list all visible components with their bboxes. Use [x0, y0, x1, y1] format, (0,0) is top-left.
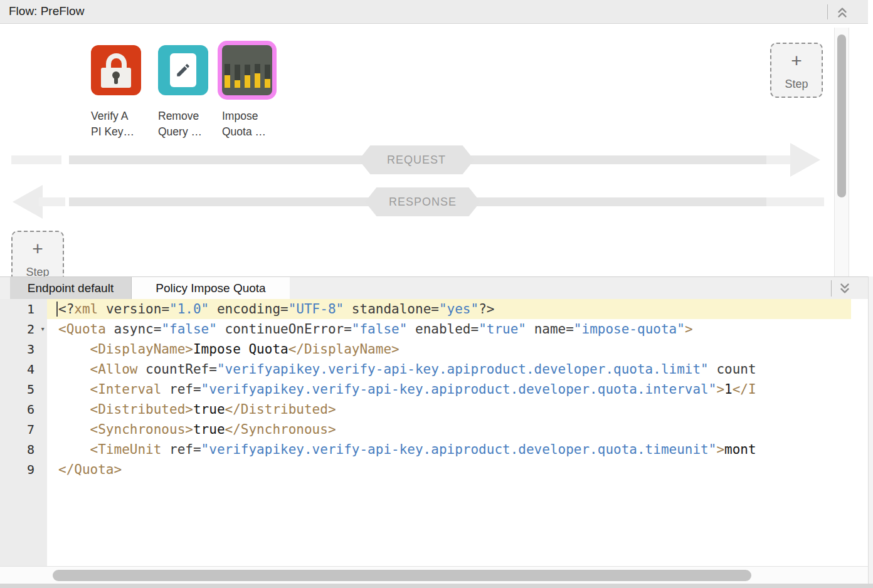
line-number: 9 — [0, 459, 47, 480]
request-banner: REQUEST — [359, 145, 474, 174]
line-number: 4 — [0, 359, 47, 379]
flow-canvas: Verify A PI Key…Remove Query …Impose Quo… — [0, 24, 873, 276]
titlebar-divider — [827, 4, 828, 19]
request-label: REQUEST — [387, 154, 446, 167]
code-line[interactable]: <DisplayName>Impose Quota</DisplayName> — [47, 339, 851, 359]
response-arrow-icon — [13, 185, 43, 219]
tab-endpoint-default[interactable]: Endpoint default — [10, 277, 132, 300]
flow-vertical-scrollbar-thumb[interactable] — [837, 34, 846, 197]
response-label: RESPONSE — [389, 196, 457, 209]
request-arrow-icon — [790, 143, 820, 177]
add-step-button-top[interactable]: + Step — [770, 43, 823, 98]
apigee-flow-editor: Flow: PreFlow Verify A PI Key…Remove Que… — [0, 0, 873, 588]
line-number: 3 — [0, 339, 47, 359]
add-step-button-bottom[interactable]: + Step — [11, 231, 64, 276]
collapse-up-icon[interactable] — [834, 4, 850, 21]
code-line[interactable]: <TimeUnit ref="verifyapikey.verify-api-k… — [47, 439, 851, 459]
bar-gauge-icon[interactable] — [222, 45, 272, 95]
response-line-end — [766, 197, 824, 206]
line-number-gutter: 12▾3456789 — [0, 299, 47, 566]
collapse-down-icon[interactable] — [837, 280, 853, 297]
editor-tab-bar: Endpoint defaultPolicy Impose Quota — [0, 276, 873, 299]
policy-step: Verify A PI Key… — [91, 45, 166, 140]
lock-body — [101, 68, 131, 88]
flow-title: Flow: PreFlow — [9, 4, 84, 18]
line-number: 5 — [0, 379, 47, 399]
lock-icon[interactable] — [91, 45, 141, 95]
code-editor[interactable]: 12▾3456789 <?xml version="1.0" encoding=… — [0, 299, 873, 566]
policy-label: Impose Quota … — [222, 108, 297, 140]
response-line-start — [39, 197, 65, 206]
flow-title-bar: Flow: PreFlow — [0, 0, 868, 24]
code-line[interactable]: <?xml version="1.0" encoding="UTF-8" sta… — [47, 299, 851, 319]
code-line[interactable]: <Allow countRef="verifyapikey.verify-api… — [47, 359, 851, 379]
line-number: 8 — [0, 439, 47, 459]
code-line[interactable]: <Synchronous>true</Synchronous> — [47, 419, 851, 439]
bars — [222, 45, 272, 95]
code-line[interactable]: </Quota> — [47, 459, 851, 480]
code-viewport[interactable]: <?xml version="1.0" encoding="UTF-8" sta… — [47, 299, 851, 566]
request-line-start — [11, 155, 61, 164]
line-number: 2▾ — [0, 319, 47, 339]
text-cursor — [56, 302, 58, 317]
code-line[interactable]: <Distributed>true</Distributed> — [47, 399, 851, 419]
editor-horizontal-scrollbar[interactable] — [0, 566, 868, 584]
plus-icon: + — [771, 51, 822, 70]
line-number: 1 — [0, 299, 47, 319]
response-banner: RESPONSE — [365, 187, 480, 216]
code-line[interactable]: <Quota async="false" continueOnError="fa… — [47, 319, 851, 339]
plus-icon: + — [13, 239, 63, 258]
pencil-icon[interactable] — [158, 45, 208, 95]
add-step-label: Step — [13, 266, 63, 276]
line-number: 7 — [0, 419, 47, 439]
pencil-card — [170, 53, 196, 87]
policy-step: Impose Quota … — [222, 45, 297, 140]
policy-label: Verify A PI Key… — [91, 108, 166, 140]
editor-right-scroll-gutter — [868, 276, 873, 584]
fold-caret-icon[interactable]: ▾ — [40, 319, 45, 339]
flow-vertical-scrollbar[interactable] — [834, 28, 849, 276]
code-line[interactable]: <Interval ref="verifyapikey.verify-api-k… — [47, 379, 851, 399]
line-number: 6 — [0, 399, 47, 419]
tabbar-divider — [831, 280, 832, 297]
tab-policy-impose-quota[interactable]: Policy Impose Quota — [132, 277, 290, 300]
add-step-label: Step — [771, 78, 822, 91]
window-bottom-edge — [0, 584, 873, 588]
editor-horizontal-scrollbar-thumb[interactable] — [53, 570, 751, 581]
